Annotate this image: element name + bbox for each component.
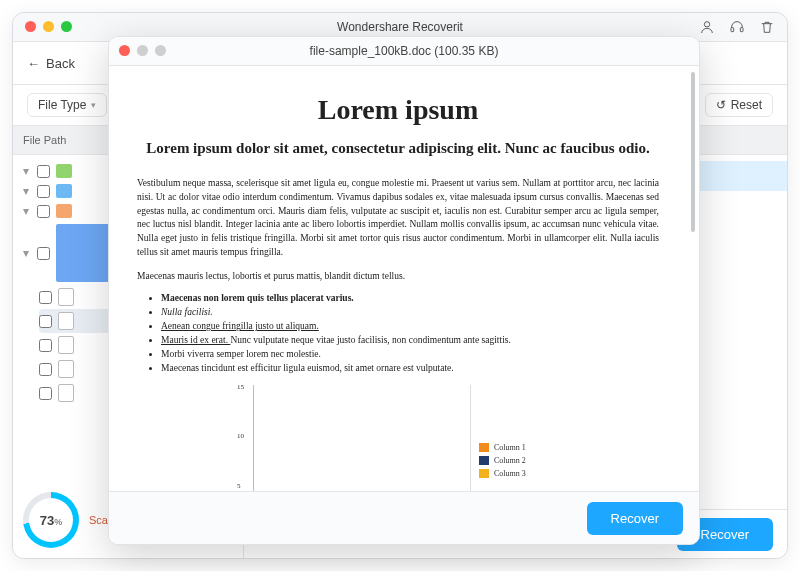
legend-item: Column 1 bbox=[479, 443, 543, 452]
svg-rect-2 bbox=[740, 28, 743, 32]
preview-filename: file-sample_100kB.doc (100.35 KB) bbox=[310, 44, 499, 58]
tree-checkbox[interactable] bbox=[37, 205, 50, 218]
y-tick: 15 bbox=[237, 383, 244, 391]
legend-label: Column 1 bbox=[494, 443, 526, 452]
doc-heading: Lorem ipsum bbox=[137, 94, 659, 126]
doc-list: Maecenas non lorem quis tellus placerat … bbox=[137, 293, 659, 373]
progress-percent: 73 bbox=[40, 513, 54, 528]
filter-file-type-label: File Type bbox=[38, 98, 86, 112]
tree-checkbox[interactable] bbox=[39, 339, 52, 352]
reset-icon: ↺ bbox=[716, 98, 726, 112]
embedded-bar-chart: 5 10 15 Column 1 Column 2 Column 3 bbox=[253, 385, 543, 491]
close-icon[interactable] bbox=[25, 21, 36, 32]
preview-scrollbar[interactable] bbox=[687, 66, 699, 491]
tree-checkbox[interactable] bbox=[39, 291, 52, 304]
minimize-icon[interactable] bbox=[137, 45, 148, 56]
doc-list-item: Maecenas tincidunt est efficitur ligula … bbox=[161, 363, 659, 373]
filter-file-type[interactable]: File Type ▾ bbox=[27, 93, 107, 117]
doc-file-icon bbox=[58, 360, 74, 378]
back-label: Back bbox=[46, 56, 75, 71]
reset-label: Reset bbox=[731, 98, 762, 112]
headset-icon[interactable] bbox=[729, 19, 745, 35]
audio-icon bbox=[56, 204, 72, 218]
video-icon bbox=[56, 184, 72, 198]
legend-swatch bbox=[479, 469, 489, 478]
tree-checkbox[interactable] bbox=[37, 247, 50, 260]
progress-ring: 73% bbox=[23, 492, 79, 548]
preview-content: Lorem ipsum Lorem ipsum dolor sit amet, … bbox=[109, 66, 699, 491]
minimize-icon[interactable] bbox=[43, 21, 54, 32]
tree-checkbox[interactable] bbox=[39, 387, 52, 400]
chart-legend: Column 1 Column 2 Column 3 bbox=[470, 385, 543, 491]
tree-checkbox[interactable] bbox=[39, 363, 52, 376]
doc-paragraph: Maecenas mauris lectus, lobortis et puru… bbox=[137, 270, 659, 284]
window-controls[interactable] bbox=[25, 21, 72, 32]
legend-label: Column 2 bbox=[494, 456, 526, 465]
close-icon[interactable] bbox=[119, 45, 130, 56]
preview-window-controls[interactable] bbox=[119, 45, 166, 56]
tree-checkbox[interactable] bbox=[37, 185, 50, 198]
doc-list-item: Maecenas non lorem quis tellus placerat … bbox=[161, 293, 659, 303]
document-preview[interactable]: Lorem ipsum Lorem ipsum dolor sit amet, … bbox=[109, 66, 687, 491]
scrollbar-thumb[interactable] bbox=[691, 72, 695, 232]
preview-modal: file-sample_100kB.doc (100.35 KB) Lorem … bbox=[108, 36, 700, 545]
reset-button[interactable]: ↺ Reset bbox=[705, 93, 773, 117]
preview-titlebar: file-sample_100kB.doc (100.35 KB) bbox=[109, 37, 699, 66]
doc-file-icon bbox=[58, 288, 74, 306]
y-tick: 10 bbox=[237, 432, 244, 440]
legend-label: Column 3 bbox=[494, 469, 526, 478]
legend-item: Column 3 bbox=[479, 469, 543, 478]
chevron-down-icon: ▾ bbox=[91, 100, 96, 110]
svg-point-0 bbox=[704, 22, 709, 27]
preview-footer: Recover bbox=[109, 491, 699, 544]
doc-file-icon bbox=[58, 384, 74, 402]
doc-list-item: Mauris id ex erat. Nunc vulputate neque … bbox=[161, 335, 659, 345]
tree-checkbox[interactable] bbox=[37, 165, 50, 178]
legend-swatch bbox=[479, 443, 489, 452]
preview-recover-button[interactable]: Recover bbox=[587, 502, 683, 535]
doc-list-item: Aenean congue fringilla justo ut aliquam… bbox=[161, 321, 659, 331]
doc-file-icon bbox=[58, 336, 74, 354]
svg-rect-1 bbox=[731, 28, 734, 32]
back-arrow-icon: ← bbox=[27, 56, 40, 71]
maximize-icon[interactable] bbox=[155, 45, 166, 56]
trash-icon[interactable] bbox=[759, 19, 775, 35]
tree-checkbox[interactable] bbox=[39, 315, 52, 328]
doc-list-item: Nulla facilisi. bbox=[161, 307, 659, 317]
doc-subheading: Lorem ipsum dolor sit amet, consectetur … bbox=[137, 140, 659, 157]
legend-swatch bbox=[479, 456, 489, 465]
doc-paragraph: Vestibulum neque massa, scelerisque sit … bbox=[137, 177, 659, 260]
doc-file-icon bbox=[58, 312, 74, 330]
user-icon[interactable] bbox=[699, 19, 715, 35]
maximize-icon[interactable] bbox=[61, 21, 72, 32]
legend-item: Column 2 bbox=[479, 456, 543, 465]
picture-icon bbox=[56, 164, 72, 178]
y-tick: 5 bbox=[237, 482, 241, 490]
doc-list-item: Morbi viverra semper lorem nec molestie. bbox=[161, 349, 659, 359]
back-button[interactable]: ← Back bbox=[27, 56, 75, 71]
app-title: Wondershare Recoverit bbox=[337, 20, 463, 34]
